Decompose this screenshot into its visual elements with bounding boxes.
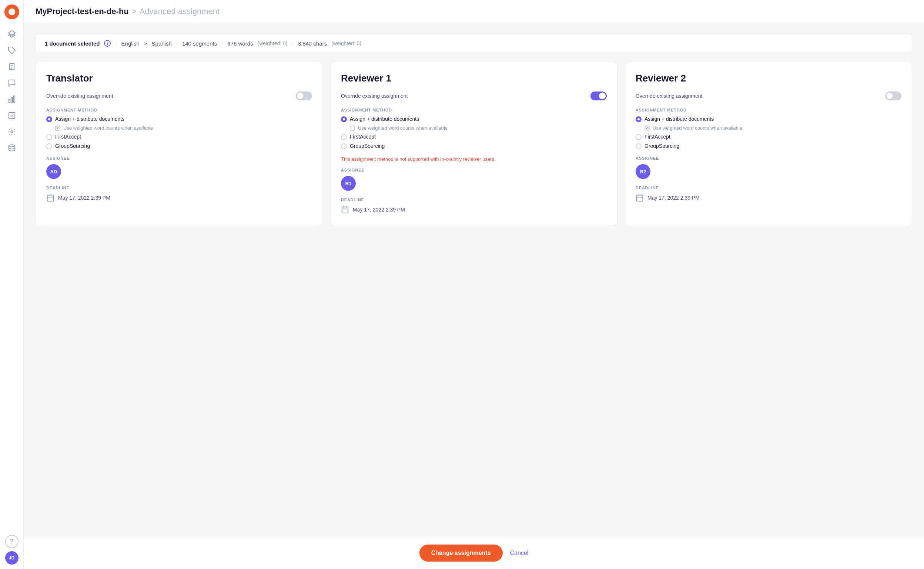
deadline-section-1: DEADLINE May 17, 2022 2:39 PM [341,198,607,214]
deadline-value-2: May 17, 2022 2:39 PM [648,195,699,201]
sub-option-weighted-1[interactable]: Use weighted word counts when available [350,125,607,131]
assignee-avatar-0: AD [46,164,61,179]
radio-circle-1-2 [636,134,642,140]
method-label-0-1: Assign + distribute documents [350,116,419,122]
method-option-2-1[interactable]: GroupSourcing [341,143,607,149]
deadline-row-0: May 17, 2022 2:39 PM [46,194,312,202]
override-toggle-0[interactable] [296,91,312,100]
assignment-method-label-2: ASSIGNMENT METHOD [636,108,901,112]
weighted-checkbox-1[interactable] [350,126,355,131]
toggle-slider-2 [885,91,901,100]
override-label-1: Override existing assignment [341,93,408,99]
override-toggle-2[interactable] [885,91,901,100]
sidebar-item-database[interactable] [5,141,19,155]
breadcrumb-separator: > [132,7,137,16]
svg-rect-8 [11,97,12,103]
override-label-0: Override existing assignment [46,93,113,99]
user-avatar[interactable]: JD [5,551,18,564]
override-toggle-1[interactable] [590,91,607,100]
method-option-1-2[interactable]: FirstAccept [636,134,901,140]
deadline-value-1: May 17, 2022 2:39 PM [353,207,405,213]
doc-selected-text: 1 document selected [45,40,100,47]
words-weighted: (weighted: 0) [258,40,288,46]
deadline-section-2: DEADLINE May 17, 2022 2:39 PM [636,186,901,202]
page-header: MyProject-test-en-de-hu > Advanced assig… [24,0,924,23]
sub-option-weighted-0[interactable]: Use weighted word counts when available [55,125,312,131]
method-option-2-2[interactable]: GroupSourcing [636,143,901,149]
override-label-2: Override existing assignment [636,93,702,99]
assignment-method-label-1: ASSIGNMENT METHOD [341,108,607,112]
method-option-2-0[interactable]: GroupSourcing [46,143,312,149]
radio-group-1: Assign + distribute documents Use weight… [341,116,607,149]
sub-option-weighted-2[interactable]: Use weighted word counts when available [645,125,901,131]
override-row-0: Override existing assignment [46,91,312,100]
deadline-section-0: DEADLINE May 17, 2022 2:39 PM [46,186,312,202]
error-text-1: This assignment method is not supported … [341,156,607,163]
svg-point-11 [11,131,13,133]
svg-rect-21 [637,195,643,202]
toggle-slider-1 [590,91,607,100]
deadline-row-2: May 17, 2022 2:39 PM [636,194,901,202]
method-option-0-0[interactable]: Assign + distribute documents [46,116,312,122]
method-label-0-0: Assign + distribute documents [55,116,124,122]
page-body: 1 document selected i · English > Spanis… [24,23,924,537]
override-row-1: Override existing assignment [341,91,607,100]
method-option-0-1[interactable]: Assign + distribute documents [341,116,607,122]
calendar-icon-1 [341,205,349,214]
help-button[interactable]: ? [5,535,18,548]
card-translator: Translator Override existing assignment … [35,62,323,226]
assignee-avatar-2: R2 [636,164,651,179]
info-bar: 1 document selected i · English > Spanis… [35,34,912,53]
sidebar-item-layers[interactable] [5,27,19,41]
radio-circle-1-0 [46,134,52,140]
card-title-2: Reviewer 2 [636,73,901,84]
method-label-1-1: FirstAccept [350,134,376,140]
assignment-method-label-0: ASSIGNMENT METHOD [46,108,312,112]
assignee-label-1: ASSIGNEE [341,168,607,172]
change-assignments-button[interactable]: Change assignments [419,545,503,561]
assignee-avatar-1: R1 [341,176,356,191]
radio-circle-2-2 [636,143,642,149]
method-label-1-2: FirstAccept [645,134,671,140]
radio-circle-0-1 [341,116,347,122]
deadline-label-2: DEADLINE [636,186,901,190]
page-title: Advanced assignment [140,7,220,16]
radio-circle-2-1 [341,143,347,149]
sidebar-item-settings[interactable] [5,125,19,139]
weighted-checkbox-2[interactable] [645,126,650,131]
assignee-label-0: ASSIGNEE [46,156,312,160]
info-sep-3: · [222,40,223,47]
method-label-1-0: FirstAccept [55,134,81,140]
sidebar-item-chat[interactable] [5,76,19,90]
cancel-button[interactable]: Cancel [510,550,529,557]
assignee-section-0: ASSIGNEE AD [46,156,312,179]
weighted-label-1: Use weighted word counts when available [358,125,448,131]
radio-circle-1-1 [341,134,347,140]
sidebar-item-analytics[interactable] [5,92,19,107]
svg-rect-13 [47,195,54,202]
chars-count: 3,840 chars [298,40,327,47]
card-reviewer-1: Reviewer 1 Override existing assignment … [330,62,618,226]
method-option-1-1[interactable]: FirstAccept [341,134,607,140]
target-language: Spanish [152,40,172,47]
method-option-0-2[interactable]: Assign + distribute documents [636,116,901,122]
card-title-0: Translator [46,73,312,84]
info-sep-1: · [115,40,117,47]
svg-rect-10 [9,113,15,119]
deadline-value-0: May 17, 2022 2:39 PM [58,195,110,201]
sidebar-item-files[interactable] [5,59,19,74]
method-option-1-0[interactable]: FirstAccept [46,134,312,140]
source-language: English [121,40,140,47]
assignee-section-2: ASSIGNEE R2 [636,156,901,179]
override-row-2: Override existing assignment [636,91,901,100]
deadline-row-1: May 17, 2022 2:39 PM [341,205,607,214]
info-sep-2: · [176,40,178,47]
assignee-label-2: ASSIGNEE [636,156,901,160]
method-label-2-0: GroupSourcing [55,143,90,149]
sidebar-item-tags[interactable] [5,43,19,58]
sidebar-item-tasks[interactable] [5,108,19,123]
card-title-1: Reviewer 1 [341,73,607,84]
words-count: 676 words [227,40,253,47]
app-logo[interactable] [5,5,19,19]
weighted-checkbox-0[interactable] [55,126,60,131]
